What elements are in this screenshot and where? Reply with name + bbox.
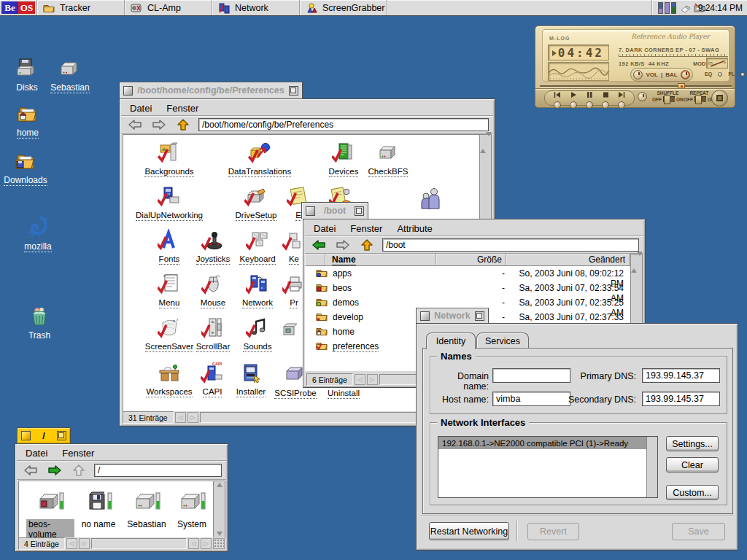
zoom-icon[interactable] [475,311,484,321]
restart-networking-button[interactable]: Restart Networking [429,522,509,540]
transport-button[interactable] [570,88,577,109]
scroll-right-icon[interactable]: ▷ [79,538,90,549]
deskbar-clock[interactable]: 9:24:14 PM [697,3,743,13]
menu-item[interactable]: Datei [306,222,343,236]
arrow-left-gray[interactable] [22,464,39,477]
arrow-right-green[interactable] [46,464,63,477]
scroll-left-icon[interactable]: ◁ [175,412,186,423]
resize-grip[interactable] [213,538,225,549]
beos-logo[interactable]: Be OS [0,0,36,15]
zoom-icon[interactable] [289,86,298,96]
preferences-window-titlebar[interactable]: /boot/home/config/be/Preferences [119,82,303,98]
file-row[interactable]: beos - Sa, 2003 Juni 07, 02:33:54 AM [305,281,632,295]
time-display[interactable]: 04:42 [548,44,609,61]
close-icon[interactable] [306,206,315,216]
deskbar-app-item[interactable]: Tracker [36,0,124,15]
modified-column-header[interactable]: Geändert [506,254,630,265]
preference-icon-item[interactable]: DialUpNetworking [123,184,217,221]
volume-icon-item[interactable]: System [168,489,216,529]
pl-led-icon[interactable] [740,72,745,77]
file-row[interactable]: apps - So, 2003 Juni 08, 09:02:12 PM [305,266,632,281]
scroll-left-icon[interactable]: ◁ [66,538,77,549]
transport-button[interactable] [554,88,561,109]
nav-buttons [310,238,376,252]
name-column-header[interactable]: Name [325,254,436,265]
transport-button[interactable] [602,88,609,109]
settings-tab[interactable]: Identity [426,332,476,349]
preference-icon-item[interactable] [383,186,478,211]
menu-item[interactable]: Fenster [159,101,206,115]
transport-button[interactable] [586,88,593,109]
scroll-right-icon[interactable]: ▷ [367,374,378,385]
deskbar-app-item[interactable]: CL-Amp [124,0,212,15]
icon-column-header[interactable] [305,254,325,265]
checkbfs-icon [376,141,400,166]
deskbar-app-item[interactable]: Network [212,0,299,15]
volume-label: System [175,519,209,529]
volume-icon-item[interactable]: no name [74,489,123,529]
eraser-icon[interactable] [680,2,693,14]
track-title[interactable]: 7. DARK CORNERS EP - 07 - SWAG [619,47,729,53]
menu-item[interactable]: Attribute [390,222,439,236]
address-field[interactable]: / [94,464,222,477]
desktop-icon[interactable]: mozilla [5,216,71,252]
close-icon[interactable] [420,311,430,321]
zoom-icon[interactable] [57,431,66,440]
balance-knob[interactable] [681,70,690,79]
shuffle-toggle[interactable]: SHUFFLE OFFON [652,90,684,102]
menu-item[interactable]: Fenster [343,222,390,236]
settings-tab[interactable]: Services [476,332,529,349]
arrow-up-yellow[interactable] [174,118,192,131]
scroll-right-icon[interactable]: ▷ [187,412,198,423]
address-field[interactable]: /boot [382,238,639,252]
arrow-left-green[interactable] [310,238,328,252]
desktop-icon[interactable]: Trash [7,305,72,341]
preference-icon-item[interactable]: Backgrounds [123,141,217,177]
clamp-icon [131,2,142,14]
horizontal-scrollbar[interactable] [91,538,187,549]
deskbar-app-item[interactable]: ScreenGrabber [299,0,387,15]
address-field[interactable]: /boot/home/config/be/Preferences [198,118,489,131]
preference-icon-label: E [295,211,301,221]
menu-item[interactable]: Datei [123,101,159,115]
boot-window-titlebar[interactable]: /boot [301,202,368,219]
scroll-right-icon[interactable]: ▷ [201,538,212,549]
desktop-icon[interactable]: Sebastian [37,57,103,93]
scroll-left-icon[interactable]: ◁ [188,538,199,549]
desktop-icon[interactable]: Downloads [0,149,58,186]
root-window-titlebar[interactable]: / [17,427,71,443]
close-icon[interactable] [123,86,133,96]
close-icon[interactable] [21,431,31,440]
workspace-indicator-icon[interactable] [658,2,676,14]
menu-item[interactable]: Datei [18,446,55,460]
repeat-toggle[interactable]: REPEAT OFFON [684,90,715,102]
arrow-up-yellow[interactable] [358,238,376,252]
deskbar-app-list: Tracker CL-Amp Network ScreenGrabber [36,0,387,15]
transport-button[interactable] [618,88,625,109]
arrow-right-gray[interactable] [334,238,352,252]
volume-knob[interactable] [633,70,643,79]
preference-icon-label: Uninstall [328,389,360,399]
desktop-icon[interactable]: home [0,102,61,139]
menubar: DateiFenster [17,446,226,461]
eject-button[interactable] [711,90,728,106]
icon-view: beos-volume no name Sebastian System [18,481,216,538]
player-display: M-LOG Reference Audio Player 04:42 7. DA… [542,29,729,82]
volume-icon-item[interactable]: beos-volume [26,489,74,538]
network-window-titlebar[interactable]: Network [416,308,489,323]
menu-item[interactable]: Fenster [55,446,101,460]
revert-button[interactable]: Revert [527,523,579,540]
eq-led-icon[interactable] [718,72,722,77]
volume-icon-item[interactable]: Sebastian [123,489,171,529]
preference-icon-item[interactable]: DataTranslations [212,141,307,177]
zoom-icon[interactable] [355,206,364,216]
arrow-right-gray[interactable] [150,118,168,131]
vertical-scrollbar[interactable] [213,481,225,538]
save-button[interactable]: Save [672,523,725,540]
arrow-up-gray[interactable] [70,464,88,477]
control-knob[interactable] [638,92,647,101]
arrow-left-gray[interactable] [126,118,144,131]
size-column-header[interactable]: Größe [436,254,506,265]
preference-icon-item[interactable]: CheckBFS [341,141,436,177]
scroll-left-icon[interactable]: ◁ [355,374,365,385]
